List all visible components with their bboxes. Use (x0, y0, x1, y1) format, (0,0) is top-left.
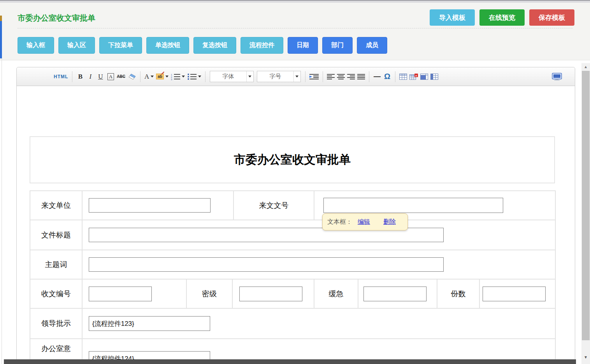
source-code-button[interactable]: HTML (53, 71, 69, 83)
font-size-select[interactable]: 字号 (257, 71, 301, 82)
page-title: 市委办公室收文审批单 (18, 13, 95, 23)
align-left-button[interactable] (326, 71, 336, 83)
indent-button[interactable] (308, 71, 320, 83)
cell-urgency-input (358, 280, 437, 309)
highlight-color-button[interactable]: ab (155, 71, 170, 83)
fullscreen-preview-button[interactable] (551, 71, 563, 83)
row-properties-button[interactable] (429, 71, 439, 83)
component-button-checkbox[interactable]: 复选按钮 (193, 37, 236, 54)
toolbar-separator (72, 71, 72, 82)
special-character-button[interactable]: Ω (382, 71, 392, 83)
align-right-button[interactable] (346, 71, 356, 83)
table-row-source-unit: 来文单位 来文文号 (30, 191, 556, 220)
component-buttons: 输入框 输入区 下拉菜单 单选按钮 复选按钮 流程控件 日期 部门 成员 (18, 37, 387, 54)
chevron-down-icon (165, 76, 169, 77)
component-button-radio[interactable]: 单选按钮 (146, 37, 189, 54)
align-center-button[interactable] (336, 71, 346, 83)
component-button-date[interactable]: 日期 (288, 37, 318, 54)
copies-input[interactable] (483, 287, 546, 301)
textbox-control-tooltip: 文本框： 编辑 删除 (322, 213, 408, 230)
remove-format-eraser-button[interactable] (126, 71, 137, 83)
bullet-list-button[interactable] (186, 71, 202, 83)
form-table: 来文单位 来文文号 文件标题 (30, 190, 556, 364)
scroll-up-arrow-icon[interactable]: ▲ (581, 65, 590, 69)
svg-text:×: × (415, 74, 417, 77)
scrollbar-thumb[interactable] (582, 71, 590, 340)
text-color-button[interactable]: A (143, 71, 155, 83)
chevron-down-icon (293, 71, 300, 82)
delete-table-button[interactable]: × (408, 71, 419, 83)
delete-control-link[interactable]: 删除 (383, 218, 396, 226)
cell-doc-title-input (83, 220, 556, 250)
italic-button[interactable]: I (85, 71, 95, 83)
background-window-bottom-bar (4, 359, 576, 364)
align-center-icon (337, 74, 345, 80)
source-doc-number-input[interactable] (323, 198, 503, 213)
source-unit-input[interactable] (89, 198, 211, 213)
editor-content[interactable]: 市委办公室收文审批单 来文单位 来文文号 文件标题 (17, 86, 575, 364)
chevron-down-icon (182, 76, 185, 77)
component-button-dropdown[interactable]: 下拉菜单 (99, 37, 142, 54)
component-button-flow-control[interactable]: 流程控件 (241, 37, 283, 54)
cell-keywords-input (83, 250, 556, 280)
cell-properties-button[interactable] (419, 71, 429, 83)
tooltip-label: 文本框： (327, 218, 352, 226)
component-button-department[interactable]: 部门 (322, 37, 353, 54)
chevron-down-icon (198, 76, 201, 77)
label-copies: 份数 (437, 280, 480, 309)
cell-security-level-input (233, 280, 314, 309)
bordered-text-button[interactable]: A (107, 73, 114, 80)
toolbar-separator (323, 71, 323, 82)
bold-button[interactable]: B (75, 71, 85, 83)
page: 市委办公室收文审批单 导入模板 在线预览 保存模板 输入框 输入区 下拉菜单 单… (0, 0, 590, 364)
chevron-down-icon (151, 76, 154, 77)
table-icon (399, 74, 407, 80)
cell-leader-comments-input (83, 309, 556, 339)
chevron-down-icon (246, 71, 253, 82)
row-properties-icon (430, 74, 438, 80)
edit-control-link[interactable]: 编辑 (358, 218, 370, 226)
table-row-doc-title: 文件标题 (30, 220, 556, 250)
receipt-number-input[interactable] (89, 287, 152, 301)
label-doc-title: 文件标题 (30, 220, 83, 250)
background-window-sliver-blue (0, 21, 2, 58)
align-justify-button[interactable] (356, 71, 366, 83)
underline-button[interactable]: U (95, 71, 105, 83)
scroll-down-arrow-icon[interactable]: ▼ (581, 355, 590, 359)
leader-comments-input[interactable] (89, 316, 210, 331)
insert-table-button[interactable] (398, 71, 408, 83)
strikethrough-button[interactable]: ABC (116, 71, 126, 83)
cell-receipt-number-input (83, 280, 187, 309)
urgency-input[interactable] (363, 287, 427, 301)
vertical-scrollbar[interactable]: ▲ ▼ (581, 63, 590, 364)
component-button-member[interactable]: 成员 (357, 37, 387, 54)
align-right-icon (347, 74, 355, 80)
numbered-list-button[interactable]: 1 2 3 (170, 71, 186, 83)
header: 市委办公室收文审批单 导入模板 在线预览 保存模板 输入框 输入区 下拉菜单 单… (0, 3, 590, 60)
bullet-list-icon (187, 73, 197, 80)
save-template-button[interactable]: 保存模板 (529, 9, 574, 26)
security-level-input[interactable] (239, 287, 302, 301)
online-preview-button[interactable]: 在线预览 (479, 9, 525, 26)
component-button-input-box[interactable]: 输入框 (18, 37, 54, 54)
toolbar-separator (305, 71, 306, 82)
table-row-keywords: 主题词 (30, 250, 556, 280)
dashed-divider (18, 28, 572, 28)
horizontal-rule-button[interactable]: — (372, 71, 382, 83)
import-template-button[interactable]: 导入模板 (430, 9, 475, 26)
label-urgency: 缓急 (314, 280, 358, 309)
cell-properties-icon (420, 74, 428, 80)
monitor-icon (552, 73, 562, 81)
window-top-edge-light (0, 1, 590, 3)
font-family-select[interactable]: 字体 (210, 71, 254, 82)
component-button-input-area[interactable]: 输入区 (58, 37, 95, 54)
header-actions: 导入模板 在线预览 保存模板 (430, 9, 574, 26)
keywords-input[interactable] (89, 257, 444, 272)
editor-toolbar: HTML B I U A ABC A ab (17, 67, 575, 86)
toolbar-separator (369, 71, 369, 82)
toolbar-separator (140, 71, 140, 82)
toolbar-separator (395, 71, 395, 82)
label-source-unit: 来文单位 (30, 191, 83, 220)
numbered-list-icon: 1 2 3 (171, 73, 180, 80)
indent-icon (309, 74, 319, 80)
